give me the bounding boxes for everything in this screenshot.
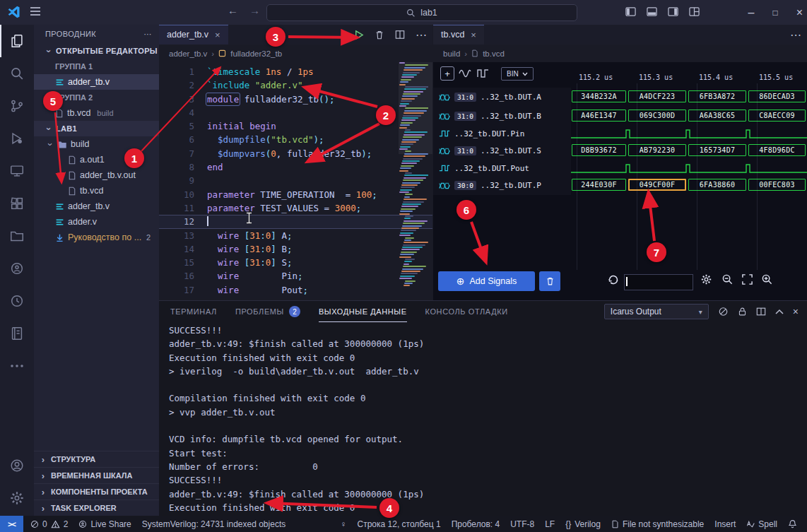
run-debug-icon[interactable] <box>0 122 34 155</box>
spell-status[interactable]: Spell <box>746 519 777 529</box>
code-line-13[interactable]: 13 wire [31:0] A; <box>159 229 432 242</box>
zoom-in-icon[interactable] <box>761 273 773 285</box>
output-console[interactable]: SUCCESS!!!adder_tb.v:49: $finish called … <box>169 324 800 516</box>
code-line-9[interactable]: 9 <box>159 174 432 187</box>
extensions-icon[interactable] <box>0 187 34 220</box>
language-mode[interactable]: {}Verilog <box>565 519 601 529</box>
zoom-fit-icon[interactable] <box>741 273 753 285</box>
wave-more-icon[interactable]: ⋯ <box>790 28 801 42</box>
sidebar-section-СТРУКТУРА[interactable]: ›СТРУКТУРА <box>34 451 159 467</box>
problems-status[interactable]: 0 2 <box>30 519 68 529</box>
live-share-icon[interactable] <box>0 252 34 285</box>
run-button[interactable] <box>353 30 364 40</box>
indexer-status[interactable]: SystemVerilog: 24731 indexed objects <box>142 519 285 529</box>
breadcrumb[interactable]: adder_tb.v› fulladder32_tb <box>159 45 442 62</box>
code-line-8[interactable]: 8end <box>159 160 432 174</box>
signal-lane-..32_tb.DUT.P[interactable]: 244E030F049CF00F6FA3886000FEC803 <box>571 176 807 195</box>
remote-explorer-icon[interactable] <box>0 155 34 187</box>
code-line-2[interactable]: 2`include "adder.v" <box>159 78 432 92</box>
insert-mode[interactable]: Insert <box>714 519 736 529</box>
project-manager-icon[interactable] <box>0 220 34 252</box>
code-line-6[interactable]: 6 $dumpfile("tb.vcd"); <box>159 133 432 146</box>
search-icon[interactable] <box>0 57 34 90</box>
explorer-item-build[interactable]: ›build <box>34 136 159 152</box>
sine-wave-style-icon[interactable] <box>459 69 471 78</box>
more-icon[interactable] <box>0 350 34 382</box>
explorer-item-adder_tb.v[interactable]: adder_tb.v <box>34 199 159 214</box>
bell-icon[interactable] <box>788 519 797 528</box>
workspace-root[interactable]: › LAB1 <box>34 121 159 136</box>
split-panel-icon[interactable] <box>756 307 766 317</box>
menu-icon[interactable] <box>30 6 41 16</box>
explorer-item-adder_tb.v.out[interactable]: adder_tb.v.out <box>34 167 159 183</box>
eol-status[interactable]: LF <box>545 519 555 529</box>
explorer-more-icon[interactable]: ⋯ <box>144 30 152 39</box>
sidebar-section-КОМПОНЕНТЫ ПРОЕКТА[interactable]: ›КОМПОНЕНТЫ ПРОЕКТА <box>34 483 159 500</box>
code-line-17[interactable]: 17 wire Pout; <box>159 283 432 297</box>
symbol-icon[interactable]: ♀ <box>341 519 347 529</box>
signal-name-..32_tb.DUT.S[interactable]: 31:0..32_tb.DUT.S <box>433 141 571 160</box>
close-button[interactable]: × <box>796 6 803 19</box>
nav-forward-icon[interactable]: → <box>249 4 260 16</box>
editor-more-icon[interactable]: ⋯ <box>416 28 427 42</box>
clear-output-icon[interactable] <box>718 307 729 317</box>
code-line-10[interactable]: 10parameter TIME_OPERATION = 100; <box>159 188 432 201</box>
signal-name-..32_tb.DUT.A[interactable]: 31:0..32_tb.DUT.A <box>433 88 571 107</box>
format-select[interactable]: BIN <box>501 67 534 81</box>
output-channel-select[interactable]: Icarus Output▾ <box>604 304 709 319</box>
notebook-icon[interactable] <box>0 317 34 350</box>
wave-value[interactable]: 244E030F <box>572 179 626 191</box>
code-editor[interactable]: 1`timescale 1ns / 1ps2`include "adder.v"… <box>159 62 432 303</box>
toggle-sidebar-left-icon[interactable] <box>625 6 636 17</box>
settings-gear-icon[interactable] <box>0 482 34 514</box>
encoding-status[interactable]: UTF-8 <box>510 519 534 529</box>
toggle-sidebar-right-icon[interactable] <box>668 6 678 17</box>
nav-back-icon[interactable]: ← <box>228 4 238 16</box>
explorer-item-...[interactable]: Руководство по ...2 <box>34 230 159 245</box>
tab-adder-tb[interactable]: adder_tb.v × <box>159 25 228 45</box>
signal-lane-..32_tb.DUT.S[interactable]: D8B93672AB792230165734D74F8D96DC <box>571 141 807 160</box>
live-share-status[interactable]: Live Share <box>78 519 131 529</box>
source-control-icon[interactable] <box>0 90 34 122</box>
code-line-7[interactable]: 7 $dumpvars(0, fulladder32_tb); <box>159 147 432 160</box>
signal-name-..32_tb.DUT.P[interactable]: 30:0..32_tb.DUT.P <box>433 176 571 195</box>
close-icon[interactable]: × <box>471 30 476 40</box>
explorer-item-adder.v[interactable]: adder.v <box>34 214 159 230</box>
trash-icon[interactable] <box>375 30 384 40</box>
sidebar-section-TASK EXPLORER[interactable]: ›TASK EXPLORER <box>34 500 159 516</box>
signal-lane-..32_tb.DUT.A[interactable]: 344B232AA4DCF2236FB3A87286DECAD3 <box>571 88 807 107</box>
command-search-input[interactable]: lab1 <box>266 4 577 21</box>
cursor-position[interactable]: Строка 12, столбец 1 <box>358 519 441 529</box>
code-line-11[interactable]: 11parameter TEST_VALUES = 3000; <box>159 201 432 215</box>
minimize-button[interactable]: – <box>748 6 755 19</box>
code-line-15[interactable]: 15 wire [31:0] S; <box>159 256 432 269</box>
lock-scroll-icon[interactable] <box>738 307 747 317</box>
customize-layout-icon[interactable] <box>689 6 700 17</box>
split-editor-icon[interactable] <box>395 30 405 40</box>
code-line-12[interactable]: 12 <box>159 215 432 228</box>
add-signals-button[interactable]: ⊕ Add Signals <box>438 271 535 291</box>
close-panel-icon[interactable]: × <box>793 306 799 317</box>
signal-lane-..32_tb.DUT.B[interactable]: A46E1347069C300DA6A38C65C8AECC09 <box>571 107 807 126</box>
sidebar-section-ВРЕМЕННАЯ ШКАЛА[interactable]: ›ВРЕМЕННАЯ ШКАЛА <box>34 467 159 483</box>
maximize-panel-icon[interactable] <box>775 309 784 314</box>
code-line-14[interactable]: 14 wire [31:0] B; <box>159 242 432 256</box>
signal-name-..32_tb.DUT.Pin[interactable]: ..32_tb.DUT.Pin <box>433 126 571 141</box>
code-line-16[interactable]: 16 wire Pin; <box>159 269 432 283</box>
remote-indicator[interactable]: >< <box>0 516 23 532</box>
square-wave-style-icon[interactable] <box>477 69 490 78</box>
restore-button[interactable]: □ <box>772 8 777 18</box>
code-line-1[interactable]: 1`timescale 1ns / 1ps <box>159 65 432 78</box>
time-search-input[interactable] <box>624 274 693 290</box>
explorer-item-tb.vcd[interactable]: tb.vcd <box>34 183 159 199</box>
remove-signals-button[interactable] <box>539 271 560 291</box>
panel-tab-ВЫХОДНЫЕ ДАННЫЕ[interactable]: ВЫХОДНЫЕ ДАННЫЕ <box>319 302 407 322</box>
signal-name-..32_tb.DUT.B[interactable]: 31:0..32_tb.DUT.B <box>433 107 571 126</box>
wave-value[interactable]: D8B93672 <box>572 144 626 156</box>
wave-value[interactable]: A46E1347 <box>572 110 626 122</box>
toggle-panel-icon[interactable] <box>647 6 657 17</box>
open-editors-header[interactable]: › ОТКРЫТЫЕ РЕДАКТОРЫ <box>34 43 159 59</box>
code-line-3[interactable]: 3module fulladder32_tb(); <box>159 93 432 106</box>
minimap[interactable] <box>399 62 428 297</box>
signal-lane-..32_tb.DUT.Pout[interactable] <box>571 160 807 176</box>
